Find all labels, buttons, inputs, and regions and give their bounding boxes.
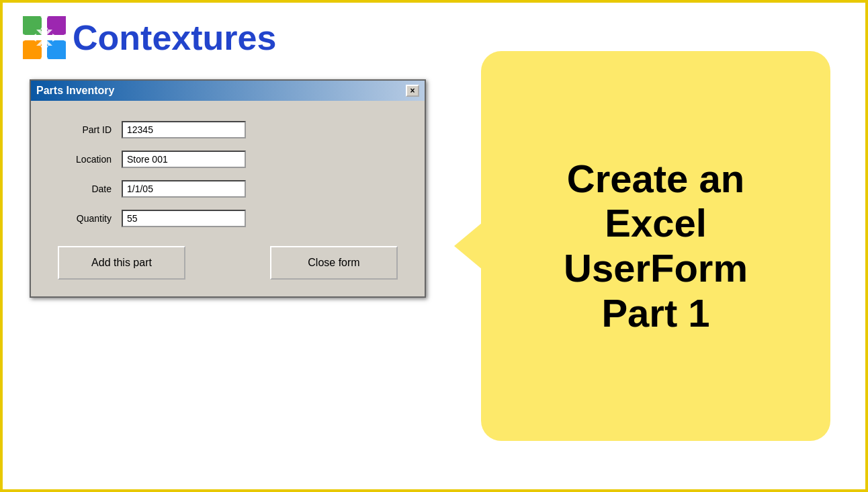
quantity-input[interactable] — [122, 210, 246, 227]
add-this-part-button[interactable]: Add this part — [58, 246, 185, 280]
dialog-body: Part ID Location Date Q — [31, 101, 425, 296]
dialog-wrapper: Parts Inventory × Part ID Location — [30, 79, 426, 298]
bubble-line1: Create an — [567, 157, 744, 200]
bubble-text: Create an Excel UserForm Part 1 — [564, 157, 748, 336]
speech-bubble: Create an Excel UserForm Part 1 — [481, 51, 830, 441]
parts-inventory-dialog: Parts Inventory × Part ID Location — [30, 79, 426, 298]
page: Contextures Parts Inventory × Part ID — [3, 3, 865, 489]
date-row: Date — [51, 180, 404, 198]
location-row: Location — [51, 151, 404, 168]
logo-area: Contextures — [23, 16, 276, 59]
dialog-buttons: Add this part Close form — [51, 246, 404, 280]
dialog-close-button[interactable]: × — [406, 85, 419, 97]
close-form-button[interactable]: Close form — [270, 246, 398, 280]
part-id-row: Part ID — [51, 121, 404, 138]
location-label: Location — [51, 154, 112, 165]
left-panel: Contextures Parts Inventory × Part ID — [3, 3, 446, 489]
bubble-line2: Excel — [605, 201, 707, 245]
part-id-input[interactable] — [122, 121, 246, 138]
date-input[interactable] — [122, 180, 246, 198]
quantity-label: Quantity — [51, 213, 112, 224]
logo-text: Contextures — [73, 17, 276, 58]
location-input[interactable] — [122, 151, 246, 168]
contextures-logo-icon — [23, 16, 66, 59]
svg-rect-2 — [23, 40, 42, 59]
quantity-row: Quantity — [51, 210, 404, 227]
right-panel: Create an Excel UserForm Part 1 — [446, 3, 865, 489]
dialog-title: Parts Inventory — [36, 85, 114, 97]
bubble-line4: Part 1 — [601, 291, 709, 335]
dialog-titlebar: Parts Inventory × — [31, 81, 425, 101]
date-label: Date — [51, 183, 112, 194]
part-id-label: Part ID — [51, 124, 112, 135]
bubble-line3: UserForm — [564, 246, 748, 290]
